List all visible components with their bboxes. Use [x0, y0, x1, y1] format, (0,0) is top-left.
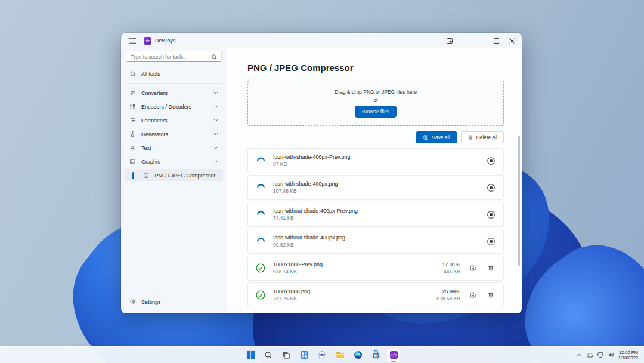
clock-time: 12:00 PM	[618, 350, 638, 355]
onedrive-cloud-icon[interactable]	[586, 353, 593, 358]
taskbar: </> 12:00 PM 1/18/2022	[0, 346, 644, 363]
delete-file-button[interactable]	[485, 263, 496, 273]
content-pane: PNG / JPEG Compressor Drag & drop PNG or…	[227, 48, 522, 313]
scrollbar[interactable]	[518, 136, 520, 266]
sidebar-item-all-tools[interactable]: All tools	[125, 67, 223, 80]
compression-percent: 25.99%	[436, 288, 460, 295]
chevron-down-icon[interactable]	[213, 91, 218, 94]
sidebar-item-converters[interactable]: Converters	[125, 87, 223, 99]
titlebar: </> DevToys	[121, 33, 522, 48]
system-tray: 12:00 PM 1/18/2022	[577, 350, 644, 361]
start-taskbar-icon[interactable]	[243, 348, 258, 362]
search-taskbar-icon[interactable]	[261, 348, 275, 362]
home-icon	[129, 70, 136, 77]
converter-icon	[129, 90, 136, 96]
chevron-down-icon[interactable]	[213, 119, 218, 122]
sidebar-item-generators[interactable]: Generators	[125, 128, 223, 140]
sidebar-item-formatters[interactable]: Formatters	[125, 114, 223, 127]
tool-search-input[interactable]: Type to search for tools...	[126, 51, 222, 62]
sidebar-item-settings[interactable]: Settings	[125, 296, 223, 308]
progress-spinner-icon	[255, 209, 266, 220]
file-name: Icon-without-shade-400px-Prev.png	[273, 207, 478, 214]
file-dropzone[interactable]: Drag & drop PNG or JPEG files here or Br…	[247, 81, 504, 126]
widgets-taskbar-icon[interactable]	[297, 348, 311, 362]
file-row: Icon-without-shade-400px.png99.62 KB	[247, 229, 504, 254]
sidebar: Type to search for tools... All tools Co…	[121, 48, 227, 313]
compressed-size: 445 KB	[442, 268, 460, 275]
file-row: Icon-without-shade-400px-Prev.png74.41 K…	[247, 202, 504, 227]
save-all-button[interactable]: Save all	[416, 131, 457, 143]
progress-spinner-icon	[255, 155, 266, 166]
edge-taskbar-icon[interactable]	[351, 348, 365, 362]
sidebar-item-graphic[interactable]: Graphic	[125, 155, 223, 168]
sidebar-item-label: Converters	[141, 90, 168, 96]
file-explorer-taskbar-icon[interactable]	[333, 348, 347, 362]
progress-spinner-icon	[255, 236, 266, 247]
success-check-icon	[255, 290, 266, 300]
chat-taskbar-icon[interactable]	[315, 348, 329, 362]
search-placeholder: Type to search for tools...	[131, 54, 212, 60]
chevron-down-icon[interactable]	[213, 105, 218, 108]
close-button[interactable]	[504, 33, 519, 48]
taskbar-clock[interactable]: 12:00 PM 1/18/2022	[618, 350, 638, 361]
generator-icon	[129, 131, 136, 137]
minimize-button[interactable]	[473, 33, 488, 48]
dropzone-instruction: Drag & drop PNG or JPEG files here	[335, 89, 417, 95]
browse-files-button[interactable]: Browse files	[355, 106, 397, 118]
compression-percent: 17.31%	[442, 261, 460, 268]
file-size: 107.46 KB	[273, 187, 478, 195]
file-size: 99.62 KB	[273, 241, 478, 248]
window-title: DevToys	[155, 38, 176, 44]
list-actions: Save all Delete all	[247, 131, 504, 143]
search-icon[interactable]	[212, 51, 217, 62]
delete-all-button[interactable]: Delete all	[461, 131, 504, 143]
sidebar-item-label: Encoders / Decoders	[141, 104, 191, 110]
maximize-button[interactable]	[488, 33, 504, 48]
delete-file-button[interactable]	[485, 290, 496, 300]
task-view-taskbar-icon[interactable]	[279, 348, 293, 362]
cancel-compression-button[interactable]	[485, 155, 496, 166]
progress-spinner-icon	[255, 182, 266, 193]
selection-indicator	[132, 172, 134, 179]
file-row: Icon-with-shade-400px.png107.46 KB	[247, 175, 504, 200]
chevron-up-icon[interactable]	[213, 160, 218, 163]
volume-icon[interactable]	[608, 352, 614, 358]
sidebar-item-text[interactable]: Text	[125, 141, 223, 154]
sidebar-item-label: Settings	[141, 299, 161, 305]
gear-icon	[129, 299, 136, 305]
chevron-down-icon[interactable]	[213, 146, 218, 149]
file-name: Icon-without-shade-400px.png	[273, 234, 478, 241]
network-icon[interactable]	[597, 352, 604, 358]
desktop: </> DevToys Type to search	[0, 0, 644, 363]
cancel-compression-button[interactable]	[485, 236, 496, 247]
file-size: 74.41 KB	[273, 214, 478, 222]
cancel-compression-button[interactable]	[485, 182, 496, 193]
page-title: PNG / JPEG Compressor	[247, 63, 504, 73]
clock-date: 1/18/2022	[618, 355, 638, 361]
tray-chevron-up-icon[interactable]	[577, 353, 582, 357]
save-file-button[interactable]	[467, 263, 478, 273]
store-taskbar-icon[interactable]	[369, 348, 383, 362]
file-row: Icon-with-shade-400px-Prev.png87 KB	[247, 148, 504, 173]
cancel-compression-button[interactable]	[485, 209, 496, 220]
devtoys-taskbar-icon[interactable]: </>	[386, 348, 401, 362]
sidebar-item-png-jpeg-compressor[interactable]: PNG / JPEG Compressor	[125, 169, 223, 182]
file-name: 1080x1080.png	[273, 288, 429, 295]
hamburger-menu-icon[interactable]	[126, 33, 139, 48]
trash-icon	[467, 134, 473, 140]
success-check-icon	[255, 263, 266, 273]
compact-overlay-icon[interactable]	[442, 33, 457, 48]
devtoys-window: </> DevToys Type to search	[121, 33, 522, 313]
file-name: 1080x1080-Prev.png	[273, 261, 435, 268]
encoder-icon	[129, 103, 136, 110]
file-name: Icon-with-shade-400px-Prev.png	[273, 153, 478, 161]
sidebar-item-label: Formatters	[141, 118, 168, 124]
file-list: Icon-with-shade-400px-Prev.png87 KBIcon-…	[247, 148, 504, 307]
file-row: 1080x1080-Prev.png538.14 KB17.31%445 KB	[247, 256, 504, 281]
save-file-button[interactable]	[467, 290, 478, 300]
sidebar-item-encoders-decoders[interactable]: Encoders / Decoders	[125, 100, 223, 113]
sidebar-item-label: Generators	[141, 131, 168, 137]
compressed-size: 578.58 KB	[436, 295, 460, 302]
sidebar-nav: All tools ConvertersEncoders / DecodersF…	[121, 67, 227, 296]
chevron-down-icon[interactable]	[213, 133, 218, 136]
